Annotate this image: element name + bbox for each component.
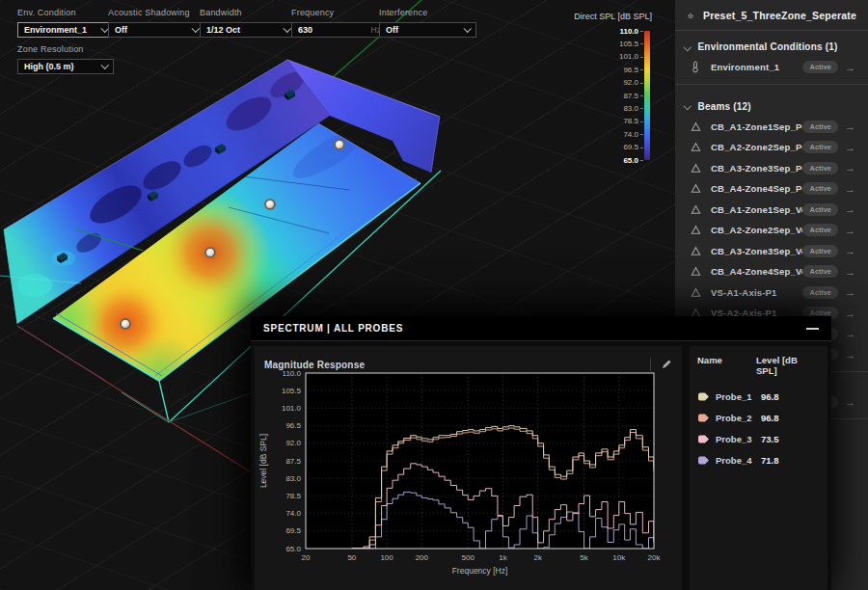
y-tick-label: 69.5 <box>285 526 301 535</box>
probe-row-probe_2[interactable]: Probe_296.8 <box>690 407 827 428</box>
colorbar-tick-label: 74.0 <box>623 130 638 139</box>
open-item-arrow-icon[interactable]: → <box>845 162 855 174</box>
sidebar-item-vs-a1-axis-p1[interactable]: VS-A1-Axis-P1Active→ <box>675 282 868 304</box>
beam-icon <box>691 287 701 298</box>
active-badge[interactable]: Active <box>802 286 838 299</box>
probe-table-card: Name Level [dB SPL] Probe_196.8Probe_296… <box>690 346 827 590</box>
zone-resolution-select[interactable]: High (0.5 m) <box>17 59 114 74</box>
colorbar-tick-label: 83.0 <box>623 104 638 113</box>
sidebar-item-cb_a2-zone2sep_pgm[interactable]: CB_A2-Zone2Sep_PGMActive→ <box>675 137 868 158</box>
sidebar-item-environment_1[interactable]: Environment_1Active→ <box>675 57 868 78</box>
x-tick-label: 5k <box>580 553 588 562</box>
zone-resolution-label: Zone Resolution <box>17 44 114 54</box>
probe-row-probe_3[interactable]: Probe_373.5 <box>690 428 827 449</box>
colorbar-tick-mark <box>640 57 643 58</box>
sidebar-item-label: CB_A3-Zone3Sep_Voice <box>711 246 802 256</box>
colorbar-tick-mark <box>640 83 643 84</box>
sidebar-item-cb_a1-zone1sep_voice[interactable]: CB_A1-Zone1Sep_VoiceActive→ <box>675 200 868 221</box>
y-tick-label: 110.0 <box>283 369 302 378</box>
probe-marker <box>204 247 216 258</box>
chevron-down-icon <box>100 62 108 69</box>
open-item-arrow-icon[interactable]: → <box>845 308 855 319</box>
active-badge[interactable]: Active <box>802 182 838 195</box>
y-axis-label: Level [dB SPL] <box>258 434 268 488</box>
active-badge[interactable]: Active <box>802 61 838 73</box>
y-tick-label: 83.0 <box>285 474 301 483</box>
colorbar-tick-label: 87.5 <box>623 92 638 100</box>
sidebar-item-cb_a4-zone4sep_pgm[interactable]: CB_A4-Zone4Sep_PGMActive→ <box>675 178 868 200</box>
colorbar-tick-mark <box>640 43 643 44</box>
open-item-arrow-icon[interactable]: → <box>845 203 855 215</box>
colorbar-tick-label: 101.0 <box>619 52 638 61</box>
sidebar-item-cb_a2-zone2sep_voice[interactable]: CB_A2-Zone2Sep_VoiceActive→ <box>675 220 868 241</box>
chevron-down-icon <box>100 25 108 33</box>
active-badge[interactable]: Active <box>802 203 838 216</box>
sidebar-item-cb_a3-zone3sep_pgm[interactable]: CB_A3-Zone3Sep_PGMActive→ <box>675 158 868 179</box>
field-interference: Interference Off <box>379 8 476 38</box>
open-item-arrow-icon[interactable]: → <box>845 62 855 73</box>
probe-level: 96.8 <box>761 413 779 423</box>
y-tick-label: 105.5 <box>282 387 302 395</box>
section-title: Environmental Conditions (1) <box>698 41 838 52</box>
section-header[interactable]: Environmental Conditions (1) <box>675 31 868 57</box>
x-tick-label: 20 <box>302 553 311 562</box>
sidebar-item-label: VS-A1-Axis-P1 <box>711 287 802 298</box>
open-item-arrow-icon[interactable]: → <box>845 245 855 256</box>
probe-row-probe_4[interactable]: Probe_471.8 <box>690 449 827 470</box>
y-tick-label: 96.5 <box>285 421 301 430</box>
open-item-arrow-icon[interactable]: → <box>845 142 855 153</box>
frequency-input[interactable] <box>298 25 348 35</box>
colorbar-tick-mark <box>640 148 643 148</box>
open-item-arrow-icon[interactable]: → <box>845 396 855 408</box>
bandwidth-select[interactable]: 1/12 Oct <box>200 22 296 38</box>
preset-icon <box>687 10 694 21</box>
active-badge[interactable]: Active <box>802 141 838 153</box>
simulation-toolbar: Env. Condition Environment_1 Acoustic Sh… <box>0 0 540 87</box>
open-item-arrow-icon[interactable]: → <box>845 286 855 298</box>
sidebar-item-cb_a3-zone3sep_voice[interactable]: CB_A3-Zone3Sep_VoiceActive→ <box>675 241 868 262</box>
spl-colorbar-legend: Direct SPL [dB SPL] 110.0105.5101.096.59… <box>540 8 658 172</box>
beam-icon <box>691 266 701 277</box>
probe-row-probe_1[interactable]: Probe_196.8 <box>690 386 827 407</box>
probe-name: Probe_4 <box>716 455 761 466</box>
minimize-button[interactable] <box>805 322 819 335</box>
probe-level: 96.8 <box>761 391 779 402</box>
colorbar-tick-mark <box>640 134 643 135</box>
spectrum-panel-header[interactable]: SPECTRUM | ALL PROBES <box>251 316 831 341</box>
preset-header[interactable]: Preset_5_ThreeZone_Seperate <box>675 0 868 31</box>
sidebar-item-cb_a1-zone1sep_pgm[interactable]: CB_A1-Zone1Sep_PGMActive→ <box>675 117 868 138</box>
interference-select[interactable]: Off <box>379 22 476 38</box>
active-badge[interactable]: Active <box>802 224 838 236</box>
active-badge[interactable]: Active <box>802 162 838 174</box>
active-badge[interactable]: Active <box>802 265 838 278</box>
open-item-arrow-icon[interactable]: → <box>845 225 855 236</box>
active-badge[interactable]: Active <box>802 245 838 257</box>
acoustic-shadowing-label: Acoustic Shadowing <box>108 8 204 17</box>
frequency-input-box: Hz <box>291 22 388 38</box>
field-zone-resolution: Zone Resolution High (0.5 m) <box>17 44 114 74</box>
open-item-arrow-icon[interactable]: → <box>845 183 855 195</box>
colorbar-tick-mark <box>640 121 643 122</box>
open-item-arrow-icon[interactable]: → <box>845 349 855 361</box>
colorbar-tick-label: 105.5 <box>619 40 638 48</box>
divider <box>675 84 868 85</box>
preset-title: Preset_5_ThreeZone_Seperate <box>703 10 856 21</box>
sidebar-item-cb_a4-zone4sep_voice[interactable]: CB_A4-Zone4Sep_VoiceActive→ <box>675 261 868 282</box>
colorbar-tick-mark <box>640 69 643 70</box>
field-env-condition: Env. Condition Environment_1 <box>17 8 114 38</box>
open-item-arrow-icon[interactable]: → <box>845 328 855 339</box>
env-condition-select[interactable]: Environment_1 <box>17 22 114 38</box>
acoustic-shadowing-select[interactable]: Off <box>108 22 204 38</box>
interference-label: Interference <box>379 8 476 17</box>
probe-icon <box>697 435 710 443</box>
beam-icon <box>691 225 701 235</box>
colorbar-tick-label: 78.5 <box>623 117 638 125</box>
chevron-down-icon <box>684 102 692 110</box>
open-item-arrow-icon[interactable]: → <box>845 266 855 278</box>
open-item-arrow-icon[interactable]: → <box>845 121 855 132</box>
spectrum-chart: 110.0105.5101.096.592.087.583.078.574.06… <box>255 369 682 590</box>
section-header[interactable]: Beams (12) <box>675 91 868 117</box>
active-badge[interactable]: Active <box>802 121 838 133</box>
colorbar-tick-mark <box>640 31 643 32</box>
frequency-label: Frequency <box>291 8 388 17</box>
